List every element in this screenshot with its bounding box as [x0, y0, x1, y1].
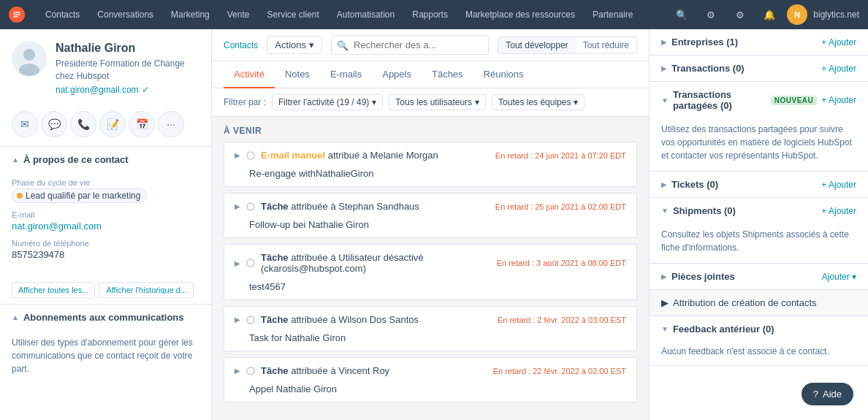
- expand-all-button[interactable]: Tout développer: [498, 37, 575, 53]
- nav-vente[interactable]: Vente: [220, 5, 257, 24]
- search-nav-icon[interactable]: 🔍: [670, 3, 693, 26]
- nav-marketing[interactable]: Marketing: [164, 5, 217, 24]
- aide-button[interactable]: ? Aide: [802, 383, 853, 405]
- pieces-jointes-header[interactable]: ▶ Pièces jointes Ajouter ▾: [650, 264, 868, 289]
- svg-point-2: [23, 49, 35, 61]
- subscriptions-header[interactable]: ▲ Abonnements aux communications: [0, 305, 211, 330]
- tab-reunions[interactable]: Réunions: [473, 61, 534, 88]
- nav-automatisation[interactable]: Automatisation: [330, 5, 402, 24]
- card5-assignee: Vincent Roy: [338, 365, 389, 376]
- email-value[interactable]: nat.giron@gmail.com: [12, 221, 199, 232]
- transactions-partagees-body: Utilisez des transactions partagées pour…: [650, 118, 868, 171]
- email-action-button[interactable]: ✉: [12, 111, 38, 137]
- nav-service[interactable]: Service client: [259, 5, 326, 24]
- activity-card-5: ▶ Tâche attribuée à Vincent Roy En retar…: [224, 357, 637, 402]
- card1-assigned-text: attribué à: [328, 150, 370, 161]
- tab-appels[interactable]: Appels: [372, 61, 422, 88]
- tab-notes[interactable]: Notes: [275, 61, 320, 88]
- contact-role: Présidente Formation de Change chez Hubs…: [56, 58, 199, 83]
- filter-bar: Filtrer par : Filtrer l'activité (19 / 4…: [212, 88, 649, 117]
- transactions-partagees-add-button[interactable]: + Ajouter: [821, 95, 856, 105]
- transactions-add-button[interactable]: + Ajouter: [821, 64, 856, 74]
- feedback-caret-icon: ▼: [661, 325, 669, 333]
- card2-assigned-text: attribuée à: [291, 201, 338, 212]
- activity-card-3-header: ▶ Tâche attribuée à Utilisateur désactiv…: [224, 245, 636, 281]
- nav-domain: biglytics.net: [813, 9, 859, 20]
- meeting-action-button[interactable]: 📅: [129, 111, 155, 137]
- phone-action-button[interactable]: 📞: [70, 111, 96, 137]
- show-all-button[interactable]: Afficher toutes les...: [12, 282, 95, 298]
- transactions-header[interactable]: ▶ Transactions (0) + Ajouter: [650, 56, 868, 81]
- card3-content: test4567: [224, 281, 636, 299]
- shipments-header[interactable]: ▼ Shipments (0) + Ajouter: [650, 198, 868, 224]
- notifications-nav-icon[interactable]: 🔔: [758, 3, 781, 26]
- about-section-header[interactable]: ▲ À propos de ce contact: [0, 147, 211, 172]
- pieces-jointes-add-button[interactable]: Ajouter ▾: [822, 272, 856, 282]
- card1-content: Re-engage withNathalieGiron: [224, 168, 636, 186]
- email-verified-icon: ✓: [142, 85, 149, 95]
- pieces-jointes-caret-icon: ▶: [661, 272, 667, 280]
- phase-dot-icon: [17, 193, 23, 199]
- phase-value: Lead qualifié par le marketing: [12, 188, 199, 203]
- subscriptions-section: ▲ Abonnements aux communications Utilise…: [0, 304, 211, 384]
- card5-content: Appel Nathalie Giron: [224, 383, 636, 402]
- card3-caret-icon[interactable]: ▶: [235, 259, 240, 267]
- activity-card-1: ▶ E-mail manuel attribué à Melanie Morga…: [224, 142, 637, 187]
- activity-filter-select[interactable]: Filtrer l'activité (19 / 49) ▾: [272, 94, 383, 110]
- tab-activite[interactable]: Activité: [224, 61, 275, 88]
- show-history-button[interactable]: Afficher l'historique d...: [99, 282, 194, 298]
- tab-emails[interactable]: E-mails: [320, 61, 372, 88]
- nav-marketplace[interactable]: Marketplace des ressources: [458, 5, 582, 24]
- contact-info: Nathalie Giron Présidente Formation de C…: [56, 41, 199, 95]
- card4-assigned-text: attribuée à: [291, 314, 338, 325]
- search-input[interactable]: [331, 35, 489, 55]
- filter-label: Filtrer par :: [224, 97, 266, 107]
- entreprises-header[interactable]: ▶ Entreprises (1) + Ajouter: [650, 29, 868, 55]
- activity-feed: À venir ▶ E-mail manuel attribué à Melan…: [212, 117, 649, 420]
- phase-row: Phase du cycle de vie Lead qualifié par …: [12, 178, 199, 203]
- aide-icon: ?: [813, 389, 818, 400]
- collapse-all-button[interactable]: Tout réduire: [576, 37, 636, 53]
- card2-caret-icon[interactable]: ▶: [235, 202, 240, 210]
- card5-caret-icon[interactable]: ▶: [235, 367, 240, 375]
- tickets-add-button[interactable]: + Ajouter: [821, 180, 856, 190]
- entreprises-add-button[interactable]: + Ajouter: [821, 37, 856, 47]
- card1-caret-icon[interactable]: ▶: [235, 151, 240, 159]
- breadcrumb-link[interactable]: Contacts: [224, 40, 258, 50]
- tickets-header[interactable]: ▶ Tickets (0) + Ajouter: [650, 172, 868, 197]
- users-filter-select[interactable]: Tous les utilisateurs ▾: [389, 94, 486, 110]
- marketplace-nav-icon[interactable]: ⚙: [699, 3, 723, 26]
- email-row: E-mail nat.giron@gmail.com: [12, 210, 199, 232]
- attribution-header[interactable]: ▶ Attribution de création de contacts: [650, 290, 868, 316]
- tab-taches[interactable]: Tâches: [422, 61, 473, 88]
- phase-label: Phase du cycle de vie: [12, 178, 199, 187]
- settings-nav-icon[interactable]: ⚙: [728, 3, 752, 26]
- about-section: ▲ À propos de ce contact Phase du cycle …: [0, 146, 211, 304]
- shipments-add-button[interactable]: + Ajouter: [821, 206, 856, 216]
- nav-rapports[interactable]: Rapports: [405, 5, 455, 24]
- right-panel: ▶ Entreprises (1) + Ajouter ▶ Transactio…: [649, 29, 868, 420]
- card5-status-dot: [246, 367, 255, 375]
- subscriptions-caret-icon: ▲: [12, 313, 19, 321]
- feedback-header[interactable]: ▼ Feedback antérieur (0): [650, 316, 868, 342]
- card2-type-label: Tâche: [261, 201, 289, 212]
- feedback-section: ▼ Feedback antérieur (0) Aucun feedback …: [650, 316, 868, 366]
- contact-email-display[interactable]: nat.giron@gmail.com ✓: [56, 85, 199, 95]
- teams-filter-select[interactable]: Toutes les équipes ▾: [492, 94, 585, 110]
- transactions-caret-icon: ▶: [661, 64, 667, 72]
- card4-caret-icon[interactable]: ▶: [235, 316, 240, 324]
- view-toggle: Tout développer Tout réduire: [498, 37, 637, 54]
- feedback-body: Aucun feedback n'est associé à ce contac…: [650, 342, 868, 365]
- chat-action-button[interactable]: 💬: [41, 111, 67, 137]
- nav-partenaire[interactable]: Partenaire: [585, 5, 640, 24]
- transactions-partagees-header[interactable]: ▼ Transactions partagées (0) NOUVEAU + A…: [650, 82, 868, 118]
- more-action-button[interactable]: ···: [158, 111, 184, 137]
- user-avatar[interactable]: N: [787, 4, 807, 25]
- actions-button[interactable]: Actions ▾: [267, 36, 322, 54]
- activity-filter-chevron-icon: ▾: [372, 97, 376, 107]
- nav-conversations[interactable]: Conversations: [90, 5, 161, 24]
- pieces-jointes-title: Pièces jointes: [671, 271, 818, 282]
- nav-contacts[interactable]: Contacts: [38, 5, 87, 24]
- pieces-jointes-section: ▶ Pièces jointes Ajouter ▾: [650, 264, 868, 290]
- note-action-button[interactable]: 📝: [99, 111, 126, 137]
